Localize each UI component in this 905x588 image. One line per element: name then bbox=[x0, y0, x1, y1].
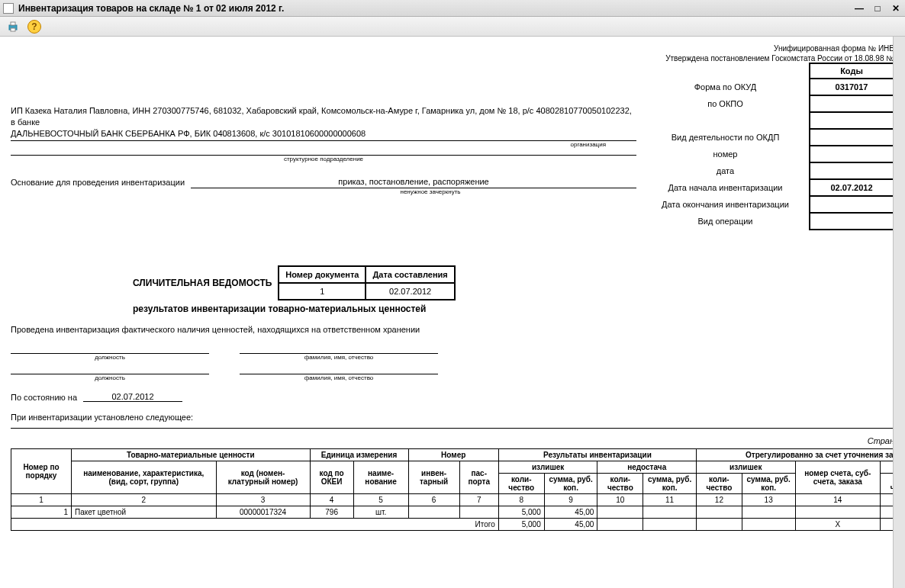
close-button[interactable]: ✕ bbox=[890, 3, 902, 14]
basis-label: Основание для проведения инвентаризации bbox=[11, 177, 185, 188]
inventory-table: Номер по порядку Товарно-материальные це… bbox=[11, 448, 905, 531]
sig-name-2: фамилия, имя, отчество bbox=[240, 374, 438, 381]
codes-block: Коды Форма по ОКУД0317017 по ОКПО Вид де… bbox=[642, 63, 894, 230]
basis-value: приказ, постановление, распоряжение bbox=[191, 176, 636, 188]
page-number-label: Стран bbox=[11, 436, 894, 445]
doc-date: 02.07.2012 bbox=[366, 283, 454, 300]
okud-label: Форма по ОКУД bbox=[642, 79, 810, 95]
doc-number: 1 bbox=[279, 283, 366, 300]
table-total-row: Итого 5,000 45,00 X bbox=[11, 518, 906, 530]
table-row: 1 Пакет цветной 00000017324 796 шт. 5,00… bbox=[11, 506, 906, 518]
svg-rect-1 bbox=[11, 22, 15, 25]
sig-name-1: фамилия, имя, отчество bbox=[240, 354, 438, 361]
org-line1: ИП Казека Наталия Павловна, ИНН 27030077… bbox=[11, 105, 636, 128]
basis-caption: ненужное зачеркнуть bbox=[224, 188, 636, 197]
intro-paragraph: Проведена инвентаризация фактического на… bbox=[11, 325, 894, 334]
okpo-label: по ОКПО bbox=[642, 95, 810, 112]
maximize-button[interactable]: □ bbox=[871, 3, 884, 14]
okdp-value bbox=[810, 129, 894, 146]
minimize-button[interactable]: — bbox=[853, 3, 865, 14]
unit-caption: структурное подразделение bbox=[11, 156, 636, 164]
okpo-value bbox=[810, 95, 894, 112]
number-value bbox=[810, 146, 894, 162]
document-icon bbox=[3, 3, 14, 14]
okdp-label: Вид деятельности по ОКДП bbox=[642, 129, 810, 146]
number-label: номер bbox=[642, 146, 810, 162]
okud-value: 0317017 bbox=[810, 79, 894, 95]
optype-label: Вид операции bbox=[642, 213, 810, 230]
date-label: дата bbox=[642, 162, 810, 179]
sig-position-2: должность bbox=[11, 374, 209, 381]
doc-subtitle: результатов инвентаризации товарно-матер… bbox=[133, 304, 894, 314]
status-value: 02.07.2012 bbox=[83, 392, 182, 402]
form-meta-line1: Унифицированная форма № ИНВ bbox=[11, 44, 894, 53]
vertical-scrollbar[interactable] bbox=[893, 37, 905, 588]
window-title: Инвентаризация товаров на складе № 1 от … bbox=[18, 3, 284, 14]
end-value bbox=[810, 196, 894, 213]
start-value: 02.07.2012 bbox=[810, 179, 894, 196]
findings-paragraph: При инвентаризации установлено следующее… bbox=[11, 413, 894, 422]
end-label: Дата окончания инвентаризации bbox=[642, 196, 810, 213]
svg-rect-2 bbox=[11, 28, 15, 31]
form-meta-line2: Утверждена постановлением Госкомстата Ро… bbox=[11, 54, 894, 63]
org-caption: организация bbox=[11, 141, 636, 149]
optype-value bbox=[810, 213, 894, 230]
doc-title: СЛИЧИТЕЛЬНАЯ ВЕДОМОСТЬ bbox=[133, 278, 272, 288]
help-button[interactable]: ? bbox=[26, 18, 43, 35]
print-button[interactable] bbox=[5, 18, 21, 35]
sig-position-1: должность bbox=[11, 354, 209, 361]
gap1 bbox=[810, 112, 894, 129]
org-line2: ДАЛЬНЕВОСТОЧНЫЙ БАНК СБЕРБАНКА РФ, БИК 0… bbox=[11, 128, 636, 140]
start-label: Дата начала инвентаризации bbox=[642, 179, 810, 196]
date-value bbox=[810, 162, 894, 179]
status-label: По состоянию на bbox=[11, 393, 77, 402]
codes-header: Коды bbox=[810, 63, 894, 79]
doc-number-table: Номер документаДата составления 102.07.2… bbox=[278, 265, 455, 300]
